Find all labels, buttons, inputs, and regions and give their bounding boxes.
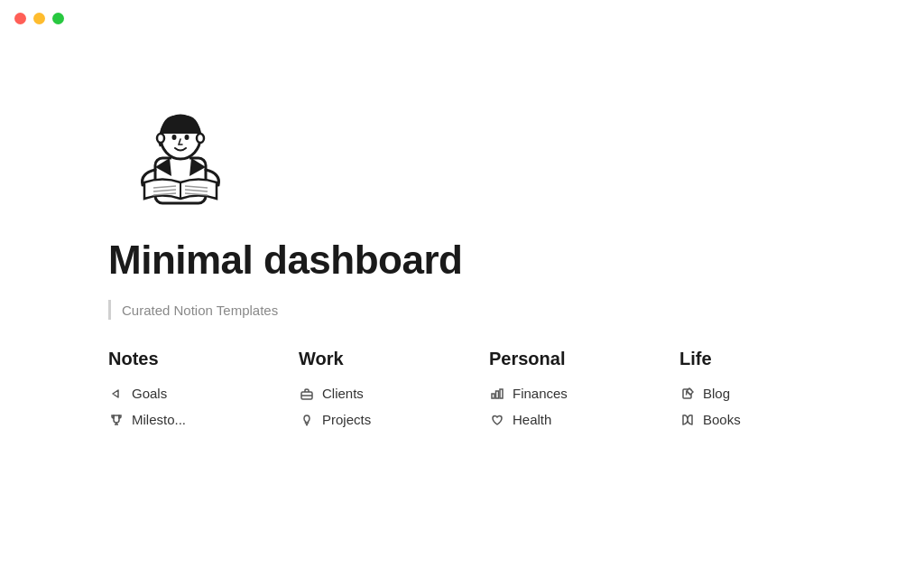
- item-label-blog: Blog: [703, 386, 730, 401]
- svg-rect-20: [492, 394, 494, 398]
- subtitle-block: Curated Notion Templates: [108, 300, 852, 320]
- lightbulb-icon: [299, 414, 315, 426]
- item-label-projects: Projects: [322, 412, 371, 427]
- briefcase-icon: [299, 387, 315, 400]
- categories-grid: NotesGoalsMilesto...WorkClientsProjectsP…: [108, 349, 852, 433]
- svg-point-6: [197, 134, 204, 143]
- item-goals[interactable]: Goals: [108, 380, 281, 406]
- item-label-goals: Goals: [132, 386, 167, 401]
- category-work: WorkClientsProjects: [299, 349, 471, 433]
- item-label-finances: Finances: [513, 386, 568, 401]
- svg-point-5: [157, 134, 164, 143]
- category-heading-notes: Notes: [108, 349, 281, 369]
- category-heading-life: Life: [679, 349, 852, 369]
- category-life: LifeBlogBooks: [679, 349, 852, 433]
- book-icon: [679, 414, 696, 426]
- bar-chart-icon: [489, 387, 505, 400]
- item-clients[interactable]: Clients: [299, 380, 471, 406]
- item-blog[interactable]: Blog: [679, 380, 852, 406]
- arrow-right-icon: [108, 387, 125, 400]
- item-label-books: Books: [703, 412, 741, 427]
- category-heading-personal: Personal: [489, 349, 661, 369]
- item-books[interactable]: Books: [679, 406, 852, 433]
- minimize-button[interactable]: [33, 13, 45, 24]
- svg-rect-21: [496, 391, 499, 398]
- category-notes: NotesGoalsMilesto...: [108, 349, 281, 433]
- item-health[interactable]: Health: [489, 406, 661, 433]
- svg-point-3: [172, 135, 177, 140]
- item-label-health: Health: [513, 412, 551, 427]
- svg-point-4: [185, 135, 189, 140]
- close-button[interactable]: [14, 13, 26, 24]
- page-title: Minimal dashboard: [108, 238, 852, 282]
- subtitle-border: [108, 300, 111, 320]
- item-projects[interactable]: Projects: [299, 406, 471, 433]
- category-personal: PersonalFinancesHealth: [489, 349, 661, 433]
- edit-icon: [679, 387, 696, 400]
- main-content: Minimal dashboard Curated Notion Templat…: [0, 36, 924, 578]
- item-label-milestones: Milesto...: [132, 412, 186, 427]
- item-finances[interactable]: Finances: [489, 380, 661, 406]
- svg-rect-22: [500, 389, 503, 398]
- title-bar: [0, 0, 924, 36]
- maximize-button[interactable]: [52, 13, 64, 24]
- trophy-icon: [108, 414, 125, 426]
- category-heading-work: Work: [299, 349, 471, 369]
- item-label-clients: Clients: [322, 386, 364, 401]
- svg-rect-1: [171, 158, 189, 176]
- illustration: [108, 72, 253, 217]
- subtitle-text: Curated Notion Templates: [122, 303, 278, 318]
- heart-icon: [489, 414, 505, 426]
- item-milestones[interactable]: Milesto...: [108, 406, 281, 433]
